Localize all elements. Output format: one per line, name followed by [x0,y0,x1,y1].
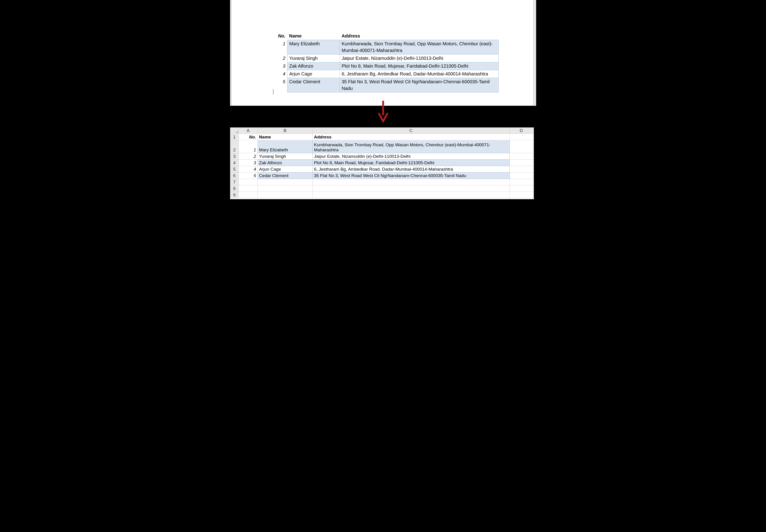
document-panel-container: No. Name Address 1 Mary Elizabeth Kumbha… [230,0,536,106]
cell[interactable]: Jaipur Estate, Nizamuddin (e)-Delhi-1100… [312,153,510,160]
divider-region [230,106,536,127]
col-header[interactable]: D [510,128,533,134]
sheet-row: 8 [230,185,533,192]
spreadsheet-right-edge [534,127,536,199]
text-cursor [273,89,273,95]
cell[interactable] [312,192,510,198]
cell[interactable]: Cedar Clement [257,173,312,179]
doc-cell-name: Cedar Clement [287,78,340,92]
cell[interactable] [510,140,533,153]
doc-cell-name: Mary Elizabeth [287,40,340,55]
cell[interactable] [257,192,312,198]
row-header[interactable]: 2 [230,140,239,153]
row-header[interactable]: 8 [230,185,239,192]
doc-cell-address: Kumbharwada, Sion Trombay Road, Opp Wasa… [340,40,499,55]
cell[interactable]: 6, Jestharam Bg, Ambedkar Road, Dadar-Mu… [312,166,510,173]
col-header[interactable]: B [257,128,312,134]
doc-cell-name: Arjun Cage [287,70,340,78]
cell[interactable] [510,153,533,160]
cell[interactable]: Name [257,134,312,140]
cell[interactable]: 5 [239,173,257,179]
col-header[interactable]: A [239,128,257,134]
cell[interactable]: 2 [239,153,257,160]
cell[interactable] [510,134,533,140]
doc-cell-address: 6, Jestharam Bg, Ambedkar Road, Dadar-Mu… [340,70,499,78]
doc-cell-no: 3 [273,62,287,70]
row-header[interactable]: 3 [230,153,239,160]
row-header[interactable]: 5 [230,166,239,173]
document-page: No. Name Address 1 Mary Elizabeth Kumbha… [231,0,533,106]
cell[interactable]: Address [312,134,510,140]
cell[interactable]: 4 [239,166,257,173]
doc-cell-address: Plot No 8, Main Road, Mujesar, Faridabad… [340,62,499,70]
cell[interactable]: 3 [239,160,257,166]
document-table: No. Name Address 1 Mary Elizabeth Kumbha… [273,32,499,92]
cell[interactable]: Kumbharwada, Sion Trombay Road, Opp Wasa… [312,140,510,153]
cell[interactable] [510,179,533,185]
sheet-row: 2 1 Mary Elizabeth Kumbharwada, Sion Tro… [230,140,533,153]
cell[interactable] [510,166,533,173]
cell[interactable]: Yuvaraj Singh [257,153,312,160]
cell[interactable]: Zak Alfonzo [257,160,312,166]
doc-cell-no: 4 [273,70,287,78]
doc-row: 1 Mary Elizabeth Kumbharwada, Sion Tromb… [273,40,499,55]
cell[interactable]: Plot No 8, Main Road, Mujesar, Faridabad… [312,160,510,166]
sheet-row: 7 [230,179,533,185]
doc-row: 2 Yuvaraj Singh Jaipur Estate, Nizamuddi… [273,55,499,62]
sheet-row: 3 2 Yuvaraj Singh Jaipur Estate, Nizamud… [230,153,533,160]
doc-header-no: No. [273,32,287,40]
cell[interactable]: Arjun Cage [257,166,312,173]
cell[interactable] [510,160,533,166]
cell[interactable]: No. [239,134,257,140]
doc-row: 4 Arjun Cage 6, Jestharam Bg, Ambedkar R… [273,70,499,78]
sheet-row: 9 [230,192,533,198]
doc-cell-no: 5 [273,78,287,92]
cell[interactable] [510,173,533,179]
cell[interactable] [239,179,257,185]
cell[interactable] [510,192,533,198]
doc-cell-name: Yuvaraj Singh [287,55,340,62]
doc-row: 3 Zak Alfonzo Plot No 8, Main Road, Muje… [273,62,499,70]
doc-header-address: Address [340,32,499,40]
spreadsheet-grid[interactable]: A B C D 1 No. Name Address 2 1 Mary Eli [230,127,533,198]
doc-header-name: Name [287,32,340,40]
doc-cell-no: 1 [273,40,287,55]
row-header[interactable]: 6 [230,173,239,179]
col-header[interactable]: C [312,128,510,134]
cell[interactable] [239,185,257,192]
doc-row: 5 Cedar Clement 35 Flat No 3, West Road … [273,78,499,92]
cell[interactable] [257,185,312,192]
cell[interactable] [312,185,510,192]
cell[interactable] [257,179,312,185]
row-header[interactable]: 1 [230,134,239,140]
select-all-corner[interactable] [230,128,239,134]
document-header-row: No. Name Address [273,32,499,40]
cell[interactable]: Mary Elizabeth [257,140,312,153]
cell[interactable]: 35 Flat No 3, West Road West Cit NgrNand… [312,173,510,179]
doc-cell-no: 2 [273,55,287,62]
doc-cell-address: Jaipur Estate, Nizamuddin (e)-Delhi-1100… [340,55,499,62]
row-header[interactable]: 9 [230,192,239,198]
sheet-row: 6 5 Cedar Clement 35 Flat No 3, West Roa… [230,173,533,179]
col-header-row: A B C D [230,128,533,134]
spreadsheet-panel: A B C D 1 No. Name Address 2 1 Mary Eli [230,127,536,199]
doc-cell-address: 35 Flat No 3, West Road West Cit NgrNand… [340,78,499,92]
row-header[interactable]: 4 [230,160,239,166]
sheet-row: 5 4 Arjun Cage 6, Jestharam Bg, Ambedkar… [230,166,533,173]
doc-cell-name: Zak Alfonzo [287,62,340,70]
cell[interactable] [510,185,533,192]
cell[interactable] [239,192,257,198]
cell[interactable] [312,179,510,185]
sheet-row: 4 3 Zak Alfonzo Plot No 8, Main Road, Mu… [230,160,533,166]
sheet-row: 1 No. Name Address [230,134,533,140]
cell[interactable]: 1 [239,140,257,153]
row-header[interactable]: 7 [230,179,239,185]
